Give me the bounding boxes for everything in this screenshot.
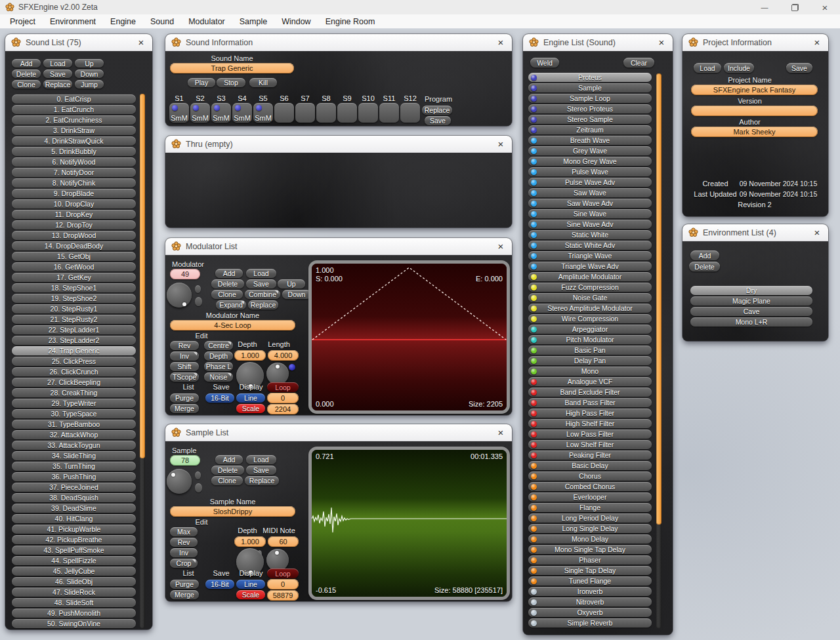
project-include-button[interactable]: Include [724, 63, 754, 73]
engine-list-item[interactable]: Pitch Modulator [528, 335, 652, 344]
size-field[interactable]: 58879 [267, 590, 299, 601]
engine-list-item[interactable]: Ironverb [528, 587, 652, 596]
sound-slot[interactable]: S6 [274, 94, 294, 123]
scale-button[interactable]: Scale [236, 404, 265, 413]
engine-list-item[interactable]: Stereo Sample [528, 115, 652, 124]
engine-list-item[interactable]: Saw Wave [528, 188, 652, 197]
sound-list-item[interactable]: 12. DropToy [12, 220, 136, 230]
sound-slot[interactable]: S8 [316, 94, 336, 123]
engine-list-item[interactable]: Static White [528, 230, 652, 239]
sound-list-item[interactable]: 11. DropKey [12, 210, 136, 219]
sound-slot[interactable]: S4 SmM [232, 94, 252, 123]
sound-list-item[interactable]: 46. SlideObj [12, 577, 136, 586]
close-button[interactable]: × [810, 0, 840, 14]
sound-list-item[interactable]: 20. StepRusty1 [12, 304, 136, 313]
sample-max-button[interactable]: Max [170, 527, 198, 536]
engine-list-item[interactable]: Analogue VCF [528, 377, 652, 386]
sound-list-button[interactable]: Replace [43, 80, 72, 89]
close-icon[interactable]: × [656, 37, 667, 47]
environment-list-item[interactable]: Magic Plane [690, 296, 812, 306]
sound-list-item[interactable]: 50. SwingOnVine [12, 619, 136, 628]
engine-list-item[interactable]: Mono [528, 367, 652, 376]
sound-list-item[interactable]: 18. StepShoe1 [12, 283, 136, 292]
sound-list-item[interactable]: 14. DropDeadBody [12, 241, 136, 250]
modulator-tscope-button[interactable]: TScope [170, 372, 199, 382]
engine-list-item[interactable]: Oxyverb [528, 608, 652, 617]
sound-slot[interactable]: S12 [400, 94, 420, 123]
environment-list-item[interactable]: Cave [690, 307, 812, 316]
engine-list-item[interactable]: Band Exclude Filter [528, 388, 652, 397]
position-field[interactable]: 0 [267, 579, 299, 590]
restore-button[interactable] [780, 0, 810, 14]
sound-list-item[interactable]: 38. DeadSquish [12, 493, 136, 502]
sound-list-item[interactable]: 5. DrinkBubbly [12, 147, 136, 156]
program-save-button[interactable]: Save [425, 116, 451, 125]
engine-list-item[interactable]: Sine Wave [528, 209, 652, 218]
engine-list-item[interactable]: Long Single Delay [528, 524, 652, 533]
engine-list-item[interactable]: Nitroverb [528, 597, 652, 607]
play-button[interactable]: Play [188, 78, 215, 87]
sound-list-item[interactable]: 48. SlideSoft [12, 598, 136, 607]
engine-list-item[interactable]: Sample Loop [528, 94, 652, 103]
engine-list-scroll-thumb[interactable] [656, 73, 662, 525]
window-titlebar[interactable]: SFXEngine v2.00 Zeta [0, 0, 840, 14]
sound-list-item[interactable]: 17. GetKey [12, 273, 136, 282]
menu-item[interactable]: Project [3, 15, 43, 28]
modulator-delete-button[interactable]: Delete [211, 279, 244, 289]
sound-list-item[interactable]: 44. SpellFizzle [12, 556, 136, 565]
sound-list-button[interactable]: Up [75, 59, 104, 68]
engine-list-item[interactable]: Sample [528, 83, 652, 92]
engine-list-item[interactable]: Static White Adv [528, 241, 652, 250]
environment-list-titlebar[interactable]: Environment List (4) × [682, 224, 828, 241]
sound-list-item[interactable]: 23. StepLadder2 [12, 336, 136, 345]
author-field[interactable]: Mark Sheeky [691, 127, 818, 137]
engine-list-item[interactable]: Breath Wave [528, 136, 652, 145]
sound-list-item[interactable]: 21. StepRusty2 [12, 315, 136, 324]
engine-list-item[interactable]: Mono Delay [528, 534, 652, 544]
sound-name-field[interactable]: Trap Generic [170, 63, 294, 73]
sound-list-item[interactable]: 26. ClickCrunch [12, 367, 136, 376]
sample-select-knob[interactable] [167, 469, 192, 494]
sound-list-item[interactable]: 33. AttackToygun [12, 441, 136, 450]
knob-step-up[interactable] [195, 285, 201, 293]
engine-list-item[interactable]: Arpeggiator [528, 325, 652, 334]
close-icon[interactable]: × [812, 37, 822, 47]
sample-inv-button[interactable]: Inv [170, 548, 198, 557]
sound-slot[interactable]: S7 [295, 94, 315, 123]
modulator-load-button[interactable]: Load [246, 269, 276, 278]
sound-slot[interactable]: S2 SmM [190, 94, 210, 123]
sound-list-item[interactable]: 43. SpellPuffSmoke [12, 546, 136, 555]
thru-titlebar[interactable]: Thru (empty) × [165, 136, 512, 153]
engine-list-titlebar[interactable]: Engine List (Sound) × [523, 34, 673, 51]
sound-slot[interactable]: S3 SmM [211, 94, 231, 123]
knob-step-down[interactable] [195, 297, 202, 306]
scale-button[interactable]: Scale [236, 590, 265, 599]
sound-list-button[interactable]: Delete [12, 70, 41, 78]
environment-list-item[interactable]: Dry [690, 286, 812, 295]
sound-list-button[interactable]: Load [43, 59, 72, 68]
sound-list-button[interactable]: Add [12, 59, 41, 68]
engine-list-item[interactable]: Proteus [528, 73, 652, 82]
loop-button[interactable]: Loop [267, 569, 299, 578]
engine-list-item[interactable]: Wire Compression [528, 314, 652, 323]
sample-list-titlebar[interactable]: Sample List × [165, 424, 512, 441]
sound-list-item[interactable]: 42. PickupBreathe [12, 535, 136, 544]
engine-list-item[interactable]: Pulse Wave [528, 167, 652, 176]
program-replace-button[interactable]: Replace [422, 106, 452, 115]
sample-name-field[interactable]: SloshDrippy [170, 506, 295, 517]
sound-list-item[interactable]: 37. PieceJoined [12, 483, 136, 492]
sound-list-item[interactable]: 40. HitClang [12, 514, 136, 523]
close-icon[interactable]: × [136, 37, 146, 47]
modulator-depth-button[interactable]: Depth [204, 351, 233, 361]
sound-list-item[interactable]: 1. EatCrunch [12, 105, 136, 114]
environment-delete-button[interactable]: Delete [689, 262, 720, 271]
modulator-list-titlebar[interactable]: Modulator List × [165, 238, 512, 255]
merge-button[interactable]: Merge [170, 404, 199, 413]
kill-button[interactable]: Kill [249, 78, 277, 87]
sound-list-item[interactable]: 22. StepLadder1 [12, 325, 136, 334]
engine-list-item[interactable]: Flange [528, 503, 652, 512]
engine-list-item[interactable]: Phaser [528, 555, 652, 565]
engine-list-item[interactable]: Long Period Delay [528, 513, 652, 523]
engine-list-item[interactable]: Low Shelf Filter [528, 440, 652, 449]
sound-list-scrollbar[interactable] [140, 94, 145, 628]
